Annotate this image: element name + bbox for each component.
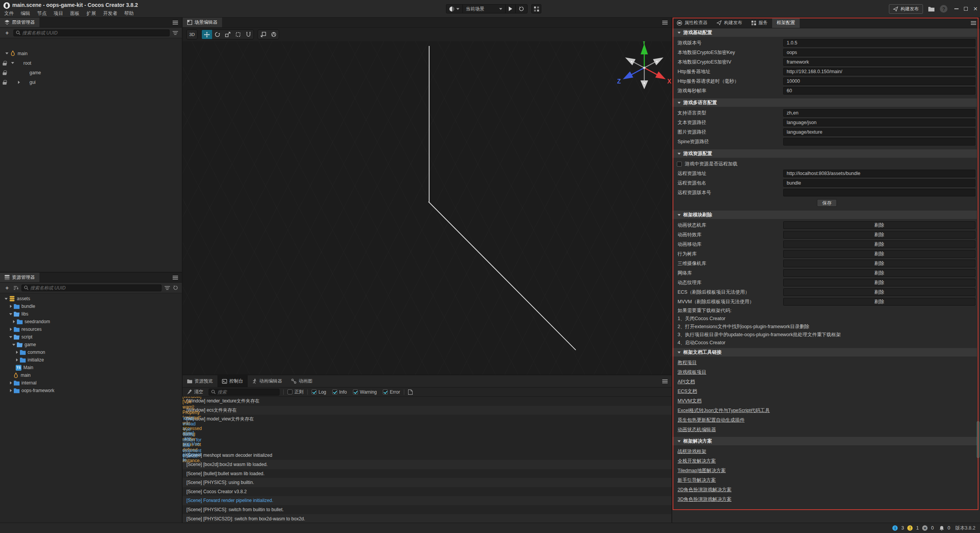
- orientation-gizmo[interactable]: Y X Z: [616, 41, 671, 96]
- tree-chevron-icon[interactable]: [8, 310, 14, 318]
- doc-link[interactable]: 游戏模板项目: [678, 368, 706, 377]
- notification-bell-icon[interactable]: [939, 526, 944, 531]
- tab-asset-preview[interactable]: 资源预览: [183, 375, 217, 387]
- field-input[interactable]: http://192.168.0.150/main/: [783, 68, 975, 75]
- field-input[interactable]: framework: [783, 58, 975, 66]
- console-menu-icon[interactable]: [662, 379, 668, 383]
- move-tool-button[interactable]: [202, 30, 212, 39]
- console-log-row[interactable]: ! › [Scene] [PHYSICS]: switch from built…: [183, 505, 671, 514]
- module-remove-button[interactable]: 剔除: [783, 231, 975, 239]
- sort-icon[interactable]: [13, 286, 18, 290]
- save-button[interactable]: 保存: [817, 199, 837, 207]
- maximize-button[interactable]: [964, 7, 968, 11]
- gizmo-2d-tool-button[interactable]: [243, 30, 253, 39]
- field-input[interactable]: language/texture: [783, 128, 975, 136]
- tab-animation-graph[interactable]: 动画图: [287, 375, 317, 387]
- field-input[interactable]: [783, 189, 975, 196]
- tab-animation-editor[interactable]: 动画编辑器: [248, 375, 287, 387]
- create-node-button[interactable]: +: [4, 29, 10, 36]
- doc-link[interactable]: API文档: [678, 377, 695, 387]
- asset-row[interactable]: TS game: [0, 341, 182, 348]
- tree-chevron-icon[interactable]: [8, 387, 14, 394]
- asset-row[interactable]: TS script: [0, 333, 182, 341]
- asset-row[interactable]: TS libs: [0, 310, 182, 318]
- section-solutions[interactable]: 框架解决方案: [672, 437, 977, 445]
- hierarchy-node-row[interactable]: main: [0, 49, 182, 58]
- scene-viewport[interactable]: 正常渲染: [183, 41, 671, 374]
- module-remove-button[interactable]: 剔除: [783, 240, 975, 248]
- info-count-icon[interactable]: i: [892, 525, 898, 531]
- module-remove-button[interactable]: 剔除: [783, 288, 975, 296]
- help-button[interactable]: ?: [940, 5, 947, 13]
- field-input[interactable]: bundle: [783, 179, 975, 187]
- tree-chevron-icon[interactable]: [8, 379, 14, 387]
- hierarchy-node-row[interactable]: root: [0, 58, 182, 68]
- console-log-row[interactable]: ! › [Scene] [PHYSICS2D]: switch from box…: [183, 514, 671, 523]
- doc-link[interactable]: 教程项目: [678, 358, 697, 368]
- console-log-row[interactable]: ! › [Window] You are running Vue in deve…: [183, 442, 189, 451]
- field-input[interactable]: [783, 138, 975, 146]
- asset-row[interactable]: TS resources: [0, 325, 182, 333]
- tree-chevron-icon[interactable]: [16, 77, 22, 87]
- solution-link[interactable]: 全栈开发解决方案: [678, 456, 716, 466]
- open-project-folder-button[interactable]: [927, 4, 936, 13]
- asset-row[interactable]: TS initialize: [0, 356, 182, 364]
- console-log-row[interactable]: ! › [Scene] Cocos Creator v3.8.2: [183, 487, 671, 496]
- menu-item[interactable]: 文件: [1, 10, 17, 17]
- menu-item[interactable]: 项目: [50, 10, 67, 17]
- coordinate-toggle-button[interactable]: [268, 30, 279, 39]
- field-input[interactable]: 1.0.5: [783, 39, 975, 47]
- menu-item[interactable]: 帮助: [121, 10, 137, 17]
- module-remove-button[interactable]: 剔除: [783, 298, 975, 306]
- warning-count-icon[interactable]: !: [907, 525, 913, 531]
- scene-select-dropdown[interactable]: 当前场景: [463, 5, 506, 13]
- asset-row[interactable]: TS main: [0, 371, 182, 379]
- play-button[interactable]: [506, 5, 516, 13]
- filter-icon[interactable]: [165, 286, 170, 290]
- tab-hierarchy[interactable]: 层级管理器: [0, 18, 39, 27]
- console-clear-button[interactable]: 清空: [187, 389, 203, 395]
- scene-menu-icon[interactable]: [662, 21, 668, 25]
- tree-chevron-icon[interactable]: [4, 49, 10, 58]
- rect-tool-button[interactable]: [233, 30, 243, 39]
- close-button[interactable]: ✕: [973, 6, 978, 11]
- console-log-row[interactable]: ! › [Scene] meshopt wasm decoder initial…: [183, 451, 671, 460]
- solution-link[interactable]: 战棋游戏框架: [678, 447, 706, 456]
- rotate-tool-button[interactable]: [212, 30, 222, 39]
- section-game-basic[interactable]: 游戏基础配置: [672, 28, 977, 37]
- build-publish-button[interactable]: 构建发布: [889, 4, 923, 14]
- console-log-row[interactable]: ! › [Window] model_view文件夹存在: [183, 415, 671, 424]
- tree-chevron-icon[interactable]: [10, 58, 16, 68]
- console-log-row[interactable]: ! › [Scene] [PHYSICS]: using builtin.: [183, 478, 671, 487]
- console-search-input[interactable]: [217, 389, 277, 395]
- lock-icon[interactable]: [3, 61, 7, 65]
- module-remove-button[interactable]: 剔除: [783, 260, 975, 267]
- section-resources[interactable]: 游戏资源配置: [672, 149, 977, 158]
- tab-framework-config[interactable]: 框架配置: [772, 18, 800, 28]
- field-input[interactable]: 10000: [783, 77, 975, 85]
- menu-item[interactable]: 开发者: [100, 10, 121, 17]
- tree-chevron-icon[interactable]: [14, 356, 20, 364]
- asset-row[interactable]: TS internal: [0, 379, 182, 387]
- inspector-menu-icon[interactable]: [971, 21, 976, 25]
- asset-row[interactable]: TS Main: [0, 364, 182, 371]
- field-input[interactable]: http://localhost:8083/assets/bundle: [783, 170, 975, 177]
- console-log-row[interactable]: ! › [Scene] Forward render pipeline init…: [183, 496, 671, 505]
- scale-tool-button[interactable]: [222, 30, 233, 39]
- solution-link[interactable]: Tiledmap地图解决方案: [678, 466, 726, 476]
- console-log-row[interactable]: ! › [Scene] [bullet]:bullet wasm lib loa…: [183, 469, 671, 478]
- module-remove-button[interactable]: 剔除: [783, 269, 975, 277]
- asset-row[interactable]: TS assets: [0, 295, 182, 302]
- tree-chevron-icon[interactable]: [3, 295, 9, 302]
- hierarchy-node-row[interactable]: game: [0, 68, 182, 77]
- menu-item[interactable]: 编辑: [17, 10, 34, 17]
- tree-chevron-icon[interactable]: [8, 325, 14, 333]
- assets-search-input[interactable]: [30, 285, 159, 291]
- log-file-icon[interactable]: [408, 389, 413, 395]
- solution-link[interactable]: 3D角色扮演游戏解决方案: [678, 495, 732, 504]
- console-log-row[interactable]: ! › [Scene] [box2d]:box2d wasm lib loade…: [183, 460, 671, 469]
- lock-icon[interactable]: [3, 70, 7, 75]
- module-remove-button[interactable]: 剔除: [783, 250, 975, 258]
- field-input[interactable]: language/json: [783, 119, 975, 126]
- solution-link[interactable]: 2D角色扮演游戏解决方案: [678, 485, 732, 495]
